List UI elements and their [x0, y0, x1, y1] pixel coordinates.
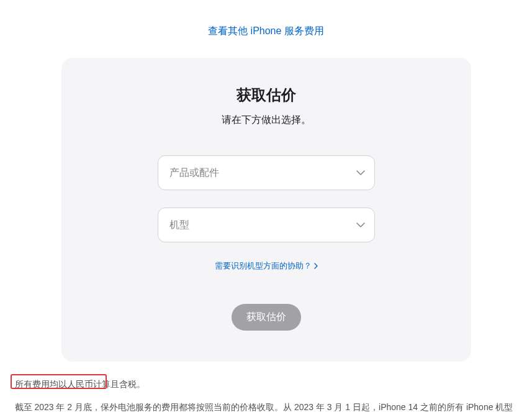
footer-line-2: 截至 2023 年 2 月底，保外电池服务的费用都将按照当前的价格收取。从 20… — [15, 400, 518, 412]
other-service-fees-link[interactable]: 查看其他 iPhone 服务费用 — [208, 25, 324, 36]
chevron-right-icon — [314, 262, 318, 271]
footer-notes: 所有费用均以人民币计算且含税。 截至 2023 年 2 月底，保外电池服务的费用… — [9, 377, 524, 412]
product-select-row: 产品或配件 — [158, 155, 375, 190]
model-select-placeholder: 机型 — [169, 219, 189, 232]
card-subtitle: 请在下方做出选择。 — [86, 114, 446, 127]
estimate-card: 获取估价 请在下方做出选择。 产品或配件 机型 需要识别机型方面的协助？ 获取估… — [61, 58, 471, 362]
model-select[interactable]: 机型 — [158, 208, 375, 242]
model-select-row: 机型 — [158, 208, 375, 242]
get-estimate-button[interactable]: 获取估价 — [232, 304, 301, 331]
footer-line-1: 所有费用均以人民币计算且含税。 — [15, 377, 518, 392]
product-select[interactable]: 产品或配件 — [158, 155, 375, 190]
identify-model-help-link[interactable]: 需要识别机型方面的协助？ — [215, 260, 318, 272]
help-link-label: 需要识别机型方面的协助？ — [215, 260, 312, 272]
card-title: 获取估价 — [86, 85, 446, 105]
product-select-placeholder: 产品或配件 — [169, 167, 219, 180]
